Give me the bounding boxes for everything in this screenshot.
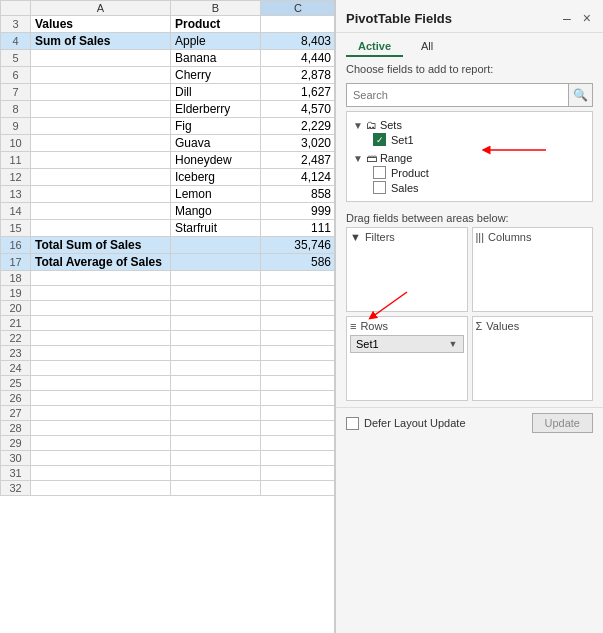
cell-a[interactable]: Values xyxy=(31,16,171,33)
cell-b[interactable] xyxy=(171,237,261,254)
cell-c[interactable] xyxy=(261,301,336,316)
cell-a[interactable] xyxy=(31,331,171,346)
cell-c[interactable]: 4,570 xyxy=(261,101,336,118)
cell-a[interactable] xyxy=(31,135,171,152)
cell-b[interactable]: Elderberry xyxy=(171,101,261,118)
cell-a[interactable] xyxy=(31,421,171,436)
cell-a[interactable] xyxy=(31,406,171,421)
cell-c[interactable]: 4,124 xyxy=(261,169,336,186)
cell-b[interactable] xyxy=(171,286,261,301)
cell-a[interactable] xyxy=(31,346,171,361)
cell-c[interactable]: 999 xyxy=(261,203,336,220)
col-header-b[interactable]: B xyxy=(171,1,261,16)
range-group-header[interactable]: ▼ 🗃 Range xyxy=(349,151,590,165)
tab-active[interactable]: Active xyxy=(346,37,403,57)
cell-c[interactable] xyxy=(261,286,336,301)
cell-a[interactable] xyxy=(31,271,171,286)
sales-checkbox[interactable] xyxy=(373,181,386,194)
cell-b[interactable]: Apple xyxy=(171,33,261,50)
cell-c[interactable]: 1,627 xyxy=(261,84,336,101)
cell-a[interactable] xyxy=(31,316,171,331)
cell-c[interactable]: 2,878 xyxy=(261,67,336,84)
pivot-fields-area[interactable]: ▼ 🗂 Sets Set1 ▼ 🗃 Range Product xyxy=(346,111,593,202)
cell-b[interactable] xyxy=(171,346,261,361)
cell-c[interactable]: 4,440 xyxy=(261,50,336,67)
cell-c[interactable] xyxy=(261,271,336,286)
cell-b[interactable]: Product xyxy=(171,16,261,33)
cell-a[interactable] xyxy=(31,220,171,237)
cell-b[interactable] xyxy=(171,391,261,406)
cell-a[interactable] xyxy=(31,152,171,169)
cell-c[interactable] xyxy=(261,406,336,421)
cell-c[interactable] xyxy=(261,361,336,376)
defer-checkbox[interactable] xyxy=(346,417,359,430)
cell-c[interactable] xyxy=(261,421,336,436)
values-area[interactable]: Σ Values xyxy=(472,316,594,401)
cell-b[interactable] xyxy=(171,316,261,331)
cell-c[interactable] xyxy=(261,316,336,331)
cell-b[interactable] xyxy=(171,254,261,271)
cell-b[interactable] xyxy=(171,421,261,436)
cell-b[interactable] xyxy=(171,451,261,466)
cell-b[interactable] xyxy=(171,436,261,451)
filters-area[interactable]: ▼ Filters xyxy=(346,227,468,312)
cell-a[interactable] xyxy=(31,169,171,186)
cell-a[interactable]: Total Sum of Sales xyxy=(31,237,171,254)
cell-a[interactable]: Sum of Sales xyxy=(31,33,171,50)
cell-b[interactable]: Cherry xyxy=(171,67,261,84)
cell-a[interactable] xyxy=(31,391,171,406)
cell-a[interactable] xyxy=(31,301,171,316)
rows-set1-dropdown[interactable]: ▼ xyxy=(449,339,458,349)
cell-a[interactable] xyxy=(31,203,171,220)
cell-b[interactable] xyxy=(171,466,261,481)
cell-c[interactable] xyxy=(261,16,336,33)
cell-a[interactable] xyxy=(31,466,171,481)
cell-b[interactable] xyxy=(171,271,261,286)
cell-c[interactable]: 2,487 xyxy=(261,152,336,169)
cell-a[interactable] xyxy=(31,118,171,135)
cell-b[interactable]: Lemon xyxy=(171,186,261,203)
cell-b[interactable] xyxy=(171,406,261,421)
cell-a[interactable] xyxy=(31,481,171,496)
pivot-minimize-btn[interactable]: – xyxy=(561,8,573,28)
update-button[interactable]: Update xyxy=(532,413,593,433)
pivot-close-btn[interactable]: × xyxy=(581,8,593,28)
cell-a[interactable] xyxy=(31,286,171,301)
cell-a[interactable]: Total Average of Sales xyxy=(31,254,171,271)
search-icon-btn[interactable]: 🔍 xyxy=(569,83,593,107)
cell-a[interactable] xyxy=(31,67,171,84)
cell-b[interactable]: Mango xyxy=(171,203,261,220)
cell-a[interactable] xyxy=(31,361,171,376)
rows-set1-item[interactable]: Set1 ▼ xyxy=(350,335,464,353)
cell-c[interactable]: 586 xyxy=(261,254,336,271)
cell-b[interactable]: Starfruit xyxy=(171,220,261,237)
cell-c[interactable] xyxy=(261,346,336,361)
cell-b[interactable] xyxy=(171,361,261,376)
cell-a[interactable] xyxy=(31,436,171,451)
cell-b[interactable] xyxy=(171,376,261,391)
columns-area[interactable]: ||| Columns xyxy=(472,227,594,312)
tab-all[interactable]: All xyxy=(409,37,445,57)
product-checkbox[interactable] xyxy=(373,166,386,179)
cell-b[interactable]: Honeydew xyxy=(171,152,261,169)
cell-c[interactable] xyxy=(261,376,336,391)
cell-b[interactable] xyxy=(171,481,261,496)
cell-c[interactable] xyxy=(261,466,336,481)
cell-b[interactable] xyxy=(171,301,261,316)
set1-checkbox[interactable] xyxy=(373,133,386,146)
cell-a[interactable] xyxy=(31,186,171,203)
cell-a[interactable] xyxy=(31,84,171,101)
cell-a[interactable] xyxy=(31,101,171,118)
cell-c[interactable]: 111 xyxy=(261,220,336,237)
cell-b[interactable]: Banana xyxy=(171,50,261,67)
col-header-c[interactable]: C xyxy=(261,1,336,16)
pivot-search-input[interactable] xyxy=(346,83,569,107)
col-header-a[interactable]: A xyxy=(31,1,171,16)
cell-c[interactable] xyxy=(261,481,336,496)
cell-b[interactable]: Dill xyxy=(171,84,261,101)
cell-b[interactable]: Iceberg xyxy=(171,169,261,186)
sets-group-header[interactable]: ▼ 🗂 Sets xyxy=(349,118,590,132)
cell-a[interactable] xyxy=(31,451,171,466)
cell-c[interactable]: 35,746 xyxy=(261,237,336,254)
cell-c[interactable] xyxy=(261,391,336,406)
